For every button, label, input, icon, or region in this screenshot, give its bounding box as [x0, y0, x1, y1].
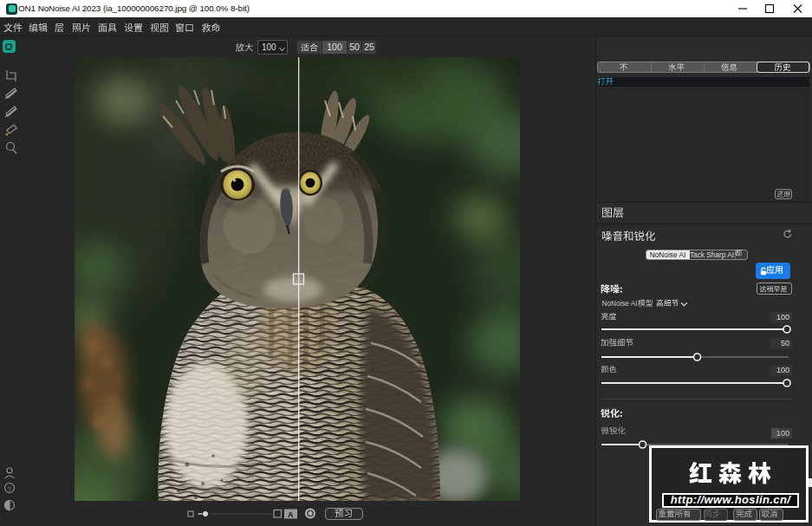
- svg-text:A: A: [288, 510, 294, 519]
- svg-text:?: ?: [8, 485, 12, 493]
